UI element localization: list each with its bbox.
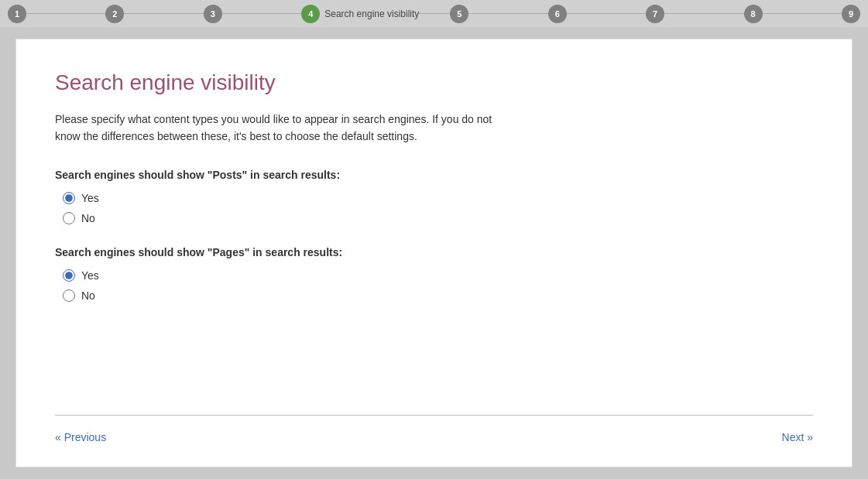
step-circle-8: 8 xyxy=(744,5,763,23)
step-7: 7 xyxy=(646,5,743,23)
step-9: 9 xyxy=(842,5,860,23)
pages-no-option[interactable]: No xyxy=(63,289,813,302)
posts-yes-option[interactable]: Yes xyxy=(63,192,813,204)
progress-bar: 1 2 3 4 Search engine visibility 5 6 7 8… xyxy=(0,0,868,27)
step-circle-9: 9 xyxy=(842,5,860,23)
footer-divider xyxy=(55,415,813,416)
page-title: Search engine visibility xyxy=(55,70,813,95)
pages-radio-group: Yes No xyxy=(55,269,813,302)
posts-no-radio[interactable] xyxy=(63,212,75,224)
next-button[interactable]: Next » xyxy=(782,431,813,443)
posts-yes-label: Yes xyxy=(81,192,99,204)
step-circle-3: 3 xyxy=(204,5,222,23)
step-4-label: Search engine visibility xyxy=(324,9,419,19)
main-wrapper: Search engine visibility Please specify … xyxy=(0,27,868,479)
pages-no-radio[interactable] xyxy=(63,289,75,302)
posts-no-option[interactable]: No xyxy=(63,212,813,224)
step-circle-2: 2 xyxy=(105,5,124,23)
pages-yes-option[interactable]: Yes xyxy=(63,269,813,282)
step-line-5 xyxy=(468,13,547,14)
pages-yes-label: Yes xyxy=(81,269,99,282)
page-description: Please specify what content types you wo… xyxy=(55,111,504,145)
step-2: 2 xyxy=(105,5,203,23)
step-line-7 xyxy=(664,13,743,14)
step-circle-1: 1 xyxy=(8,5,26,23)
step-line-6 xyxy=(567,13,646,14)
content-card: Search engine visibility Please specify … xyxy=(15,39,853,467)
step-8: 8 xyxy=(744,5,842,23)
step-line-1 xyxy=(26,13,105,14)
pages-no-label: No xyxy=(81,289,95,302)
previous-button[interactable]: « Previous xyxy=(55,431,106,443)
step-line-2 xyxy=(124,13,203,14)
posts-yes-radio[interactable] xyxy=(63,192,75,204)
step-3: 3 xyxy=(204,5,301,23)
step-line-3 xyxy=(222,13,301,14)
step-circle-4: 4 xyxy=(301,5,320,23)
step-line-4 xyxy=(419,13,450,14)
step-6: 6 xyxy=(548,5,646,23)
pages-yes-radio[interactable] xyxy=(63,269,75,282)
step-circle-7: 7 xyxy=(646,5,664,23)
nav-footer: « Previous Next » xyxy=(55,431,813,443)
step-circle-5: 5 xyxy=(450,5,468,23)
step-4: 4 Search engine visibility xyxy=(301,5,450,23)
step-5: 5 xyxy=(450,5,547,23)
pages-question-label: Search engines should show "Pages" in se… xyxy=(55,246,813,258)
step-1: 1 xyxy=(8,5,105,23)
posts-radio-group: Yes No xyxy=(55,192,813,224)
step-line-8 xyxy=(763,13,842,14)
step-circle-6: 6 xyxy=(548,5,567,23)
posts-question-label: Search engines should show "Posts" in se… xyxy=(55,169,813,181)
posts-no-label: No xyxy=(81,212,95,224)
